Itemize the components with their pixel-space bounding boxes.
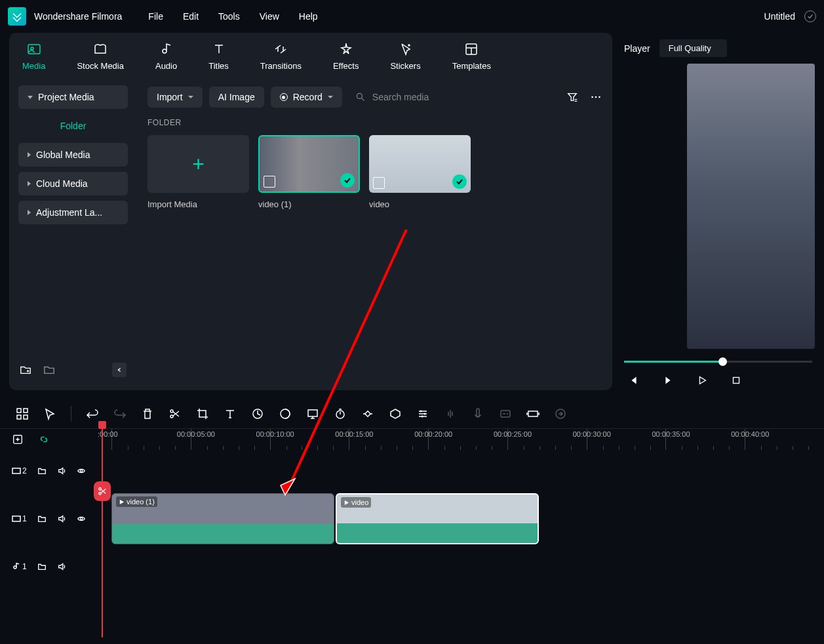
timeline-ruler[interactable]: :00:0000:00:05:0000:00:10:0000:00:15:000… — [111, 429, 824, 450]
grid-icon[interactable] — [16, 407, 29, 420]
ruler-segment: 00:00:40:00 — [745, 429, 824, 450]
menu-help[interactable]: Help — [299, 11, 318, 22]
folder-icon[interactable] — [37, 562, 47, 571]
text-icon[interactable] — [224, 407, 237, 420]
menu-view[interactable]: View — [260, 11, 279, 22]
tab-stickers[interactable]: Stickers — [383, 41, 427, 71]
eye-icon[interactable] — [77, 466, 86, 475]
more-icon[interactable] — [590, 91, 602, 103]
sidebar-cloud-media[interactable]: Cloud Media — [18, 172, 128, 195]
stopwatch-icon[interactable] — [334, 407, 347, 420]
menu-file[interactable]: File — [148, 11, 163, 22]
tab-effects-label: Effects — [333, 61, 359, 71]
crop-icon[interactable] — [196, 407, 209, 420]
ai-image-label: AI Image — [218, 92, 255, 102]
next-frame-button[interactable] — [662, 374, 674, 386]
timeline-clip-video1[interactable]: video (1) — [111, 493, 334, 544]
tab-audio[interactable]: Audio — [149, 41, 184, 71]
collapse-sidebar-button[interactable] — [112, 363, 127, 377]
stop-button[interactable] — [730, 374, 742, 386]
quality-label: Full Quality — [669, 43, 711, 53]
subtitle-icon[interactable] — [499, 407, 512, 420]
tab-media[interactable]: Media — [16, 41, 52, 71]
import-media-tile[interactable]: + Import Media — [147, 135, 249, 209]
adjust-icon[interactable] — [416, 407, 429, 420]
screen-icon[interactable] — [306, 407, 319, 420]
project-title: Untitled — [764, 11, 795, 22]
svg-point-26 — [424, 413, 426, 415]
track2-number: 2 — [22, 466, 27, 475]
track-v2-content[interactable] — [111, 450, 824, 492]
prev-frame-button[interactable] — [628, 374, 640, 386]
folder-icon[interactable] — [43, 364, 55, 376]
export-icon[interactable] — [554, 407, 567, 420]
import-media-label: Import Media — [147, 199, 249, 209]
mask-icon[interactable] — [389, 407, 402, 420]
player-progress[interactable] — [624, 361, 812, 363]
tab-titles[interactable]: Titles — [202, 41, 235, 71]
track-a1-content[interactable] — [111, 546, 824, 588]
tab-templates[interactable]: Templates — [446, 41, 498, 71]
svg-point-2 — [408, 45, 410, 46]
speed-icon[interactable] — [251, 407, 264, 420]
quality-dropdown[interactable]: Full Quality — [659, 39, 727, 57]
mute-icon[interactable] — [57, 562, 66, 571]
split-icon[interactable] — [168, 407, 182, 420]
chevron-down-icon — [188, 96, 193, 98]
link-icon[interactable] — [38, 433, 50, 445]
undo-icon[interactable] — [86, 407, 99, 420]
render-icon[interactable] — [526, 407, 540, 420]
tab-audio-label: Audio — [155, 61, 177, 71]
folder-icon[interactable] — [37, 514, 47, 523]
play-button[interactable] — [696, 374, 708, 386]
audio-detach-icon[interactable] — [444, 407, 457, 420]
video-preview[interactable] — [687, 64, 815, 349]
tab-transitions[interactable]: Transitions — [254, 41, 308, 71]
sidebar-adjustment-layer[interactable]: Adjustment La... — [18, 201, 128, 224]
filter-icon[interactable] — [566, 91, 578, 103]
playhead-split-button[interactable] — [94, 481, 111, 501]
mute-icon[interactable] — [57, 514, 66, 523]
sidebar-folder[interactable]: Folder — [18, 114, 128, 138]
play-icon — [343, 500, 349, 506]
import-button[interactable]: Import — [147, 87, 203, 108]
ai-image-button[interactable]: AI Image — [209, 87, 264, 108]
new-folder-icon[interactable] — [20, 364, 31, 376]
record-label: Record — [293, 92, 323, 102]
voiceover-icon[interactable] — [471, 407, 484, 420]
eye-icon[interactable] — [77, 514, 86, 523]
svg-point-25 — [420, 411, 422, 413]
delete-icon[interactable] — [141, 407, 154, 420]
timeline-clip-video2[interactable]: video — [336, 493, 539, 544]
mute-icon[interactable] — [57, 466, 66, 475]
video-track-icon — [12, 466, 21, 475]
player-label: Player — [624, 43, 650, 54]
media-item-video1[interactable]: video (1) — [258, 135, 360, 209]
menu-edit[interactable]: Edit — [183, 11, 199, 22]
search-input[interactable]: Search media — [349, 92, 560, 102]
record-button[interactable]: Record — [271, 87, 342, 108]
media-item-video2[interactable]: video — [369, 135, 471, 209]
tab-effects[interactable]: Effects — [326, 41, 366, 71]
cursor-icon[interactable] — [43, 407, 56, 420]
add-track-icon[interactable] — [12, 433, 24, 445]
redo-icon[interactable] — [113, 407, 127, 420]
sidebar-global-label: Global Media — [36, 150, 90, 160]
folder-icon[interactable] — [37, 466, 47, 475]
media-video2-label: video — [369, 199, 471, 209]
svg-rect-29 — [528, 411, 538, 416]
tab-media-label: Media — [22, 61, 45, 71]
sidebar-adjustment-label: Adjustment La... — [36, 207, 102, 218]
panel-tabs: Media Stock Media Audio Titles Transitio… — [9, 33, 612, 79]
sidebar-global-media[interactable]: Global Media — [18, 143, 128, 167]
color-icon[interactable] — [279, 407, 292, 420]
track-v1-content[interactable]: video (1) video — [111, 492, 824, 546]
media-sidebar: Project Media Folder Global Media Cloud … — [9, 79, 137, 390]
keyframe-icon[interactable] — [361, 407, 374, 420]
tab-stock-media[interactable]: Stock Media — [70, 41, 130, 71]
progress-knob[interactable] — [718, 357, 727, 366]
cloud-sync-icon[interactable] — [804, 10, 816, 22]
sidebar-project-media[interactable]: Project Media — [18, 85, 128, 109]
player-panel: Player Full Quality — [621, 33, 815, 390]
menu-tools[interactable]: Tools — [218, 11, 240, 22]
